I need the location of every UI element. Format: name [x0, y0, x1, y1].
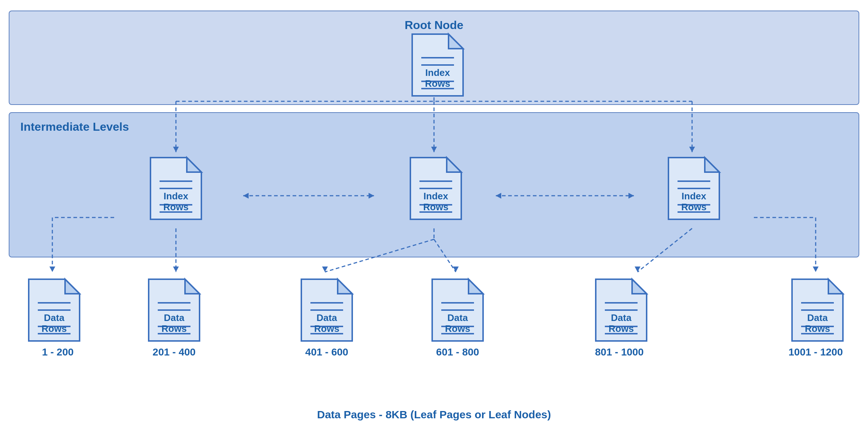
svg-text:Rows: Rows [41, 323, 67, 334]
svg-marker-78 [338, 279, 352, 294]
svg-marker-25 [322, 267, 328, 272]
svg-text:Data: Data [317, 312, 337, 323]
intermediate-band-label: Intermediate Levels [20, 120, 129, 134]
svg-text:Data: Data [807, 312, 828, 323]
leaf-node-3: Data Rows [294, 272, 359, 348]
intermediate-node-mid: Index Rows [403, 150, 469, 227]
svg-marker-26 [453, 267, 459, 272]
svg-text:Data: Data [447, 312, 468, 323]
leaf-node-4: Data Rows [425, 272, 490, 348]
svg-text:Index: Index [423, 191, 448, 202]
leaf-node-5: Data Rows [588, 272, 654, 348]
leaf-node-1: Data Rows [21, 272, 87, 348]
diagram-container: Root Node Intermediate Levels [9, 7, 859, 424]
svg-marker-86 [469, 279, 483, 294]
svg-marker-46 [447, 158, 461, 172]
svg-marker-30 [449, 34, 463, 49]
svg-marker-94 [632, 279, 647, 294]
svg-text:Rows: Rows [314, 323, 339, 334]
svg-text:Data: Data [44, 312, 65, 323]
svg-marker-16 [49, 267, 55, 272]
svg-text:Rows: Rows [425, 78, 450, 89]
range-label-6: 1001 - 1200 [776, 346, 856, 358]
svg-marker-62 [65, 279, 80, 294]
svg-text:Rows: Rows [423, 202, 448, 212]
svg-text:Rows: Rows [445, 323, 470, 334]
svg-marker-102 [828, 279, 843, 294]
range-label-5: 801 - 1000 [583, 346, 656, 358]
svg-text:Rows: Rows [608, 323, 634, 334]
svg-text:Index: Index [425, 67, 450, 78]
range-label-1: 1 - 200 [21, 346, 94, 358]
svg-text:Rows: Rows [805, 323, 830, 334]
root-node: Index Rows [405, 27, 470, 103]
svg-marker-28 [635, 267, 640, 272]
range-label-3: 401 - 600 [290, 346, 363, 358]
svg-text:Rows: Rows [681, 202, 706, 212]
range-label-2: 201 - 400 [138, 346, 210, 358]
svg-text:Data: Data [164, 312, 185, 323]
svg-text:Rows: Rows [161, 323, 186, 334]
bottom-caption: Data Pages - 8KB (Leaf Pages or Leaf Nod… [9, 408, 859, 421]
svg-marker-54 [705, 158, 719, 172]
svg-marker-19 [813, 267, 819, 272]
intermediate-node-left: Index Rows [143, 150, 209, 227]
svg-text:Index: Index [682, 191, 706, 202]
svg-marker-38 [187, 158, 201, 172]
svg-text:Index: Index [164, 191, 188, 202]
svg-text:Data: Data [611, 312, 632, 323]
leaf-node-2: Data Rows [141, 272, 207, 348]
intermediate-node-right: Index Rows [661, 150, 727, 227]
svg-marker-21 [173, 267, 179, 272]
svg-text:Rows: Rows [163, 202, 188, 212]
range-label-4: 601 - 800 [421, 346, 494, 358]
svg-marker-70 [185, 279, 200, 294]
leaf-node-6: Data Rows [785, 272, 850, 348]
